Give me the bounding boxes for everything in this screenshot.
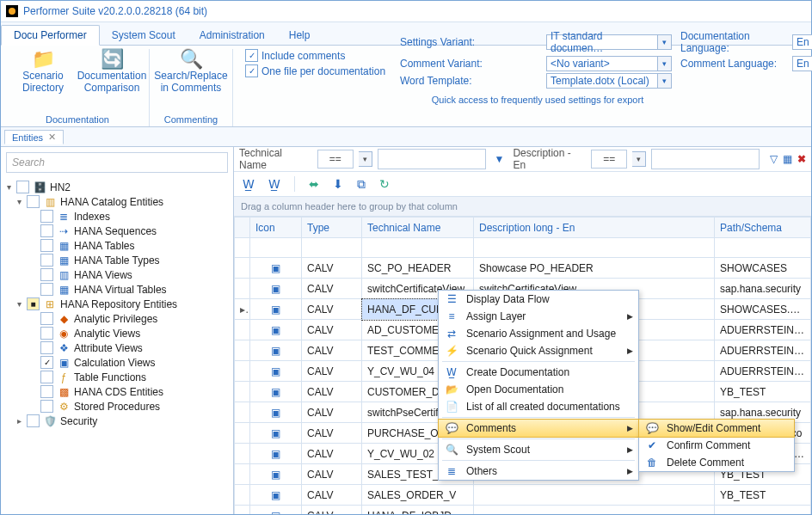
tree-item[interactable]: Stored Procedures (74, 401, 160, 413)
menu-others[interactable]: ≣Others▶ (439, 463, 638, 480)
context-menu[interactable]: ☰Display Data Flow ≡Assign Layer▶ ⇄Scena… (438, 290, 639, 481)
tree-item[interactable]: Table Functions (74, 371, 146, 383)
tab-help[interactable]: Help (277, 26, 323, 45)
table-row[interactable]: ▣CALVSALES_ORDER_VYB_TEST (235, 485, 811, 506)
tree-item[interactable]: HANA CDS Entities (74, 386, 163, 398)
search-input[interactable]: Search (6, 152, 228, 173)
tree-item[interactable]: Calculation Views (74, 357, 156, 369)
comment-variant-value[interactable]: <No variant> (546, 56, 658, 71)
search-replace-button[interactable]: 🔍 Search/Replace in Comments (157, 49, 225, 94)
group-hint[interactable]: Drag a column header here to group by th… (234, 197, 811, 217)
word-icon[interactable]: W̲ (268, 177, 280, 191)
tree-view[interactable]: ▾🗄️HN2 ▾▥HANA Catalog Entities ≣Indexes … (1, 178, 233, 514)
menu-scenario-assignment[interactable]: ⇄Scenario Assignment and Usage (439, 325, 638, 342)
expand-toggle[interactable]: ▾ (15, 197, 23, 206)
checkbox[interactable]: ✓ (40, 356, 53, 369)
doc-comparison-button[interactable]: 🔄 Documentation Comparison (82, 49, 142, 94)
import-icon[interactable]: ⬇ (333, 177, 343, 191)
expand-toggle[interactable]: ▸ (15, 416, 23, 426)
doc-language-value[interactable]: En (792, 34, 812, 50)
table-row[interactable]: ▣CALVSC_PO_HEADERShowcase PO_HEADERSHOWC… (235, 258, 811, 279)
comment-language-value[interactable]: En (792, 56, 812, 71)
tree-item[interactable]: Indexes (74, 211, 110, 223)
tree-item[interactable]: HANA Sequences (74, 225, 157, 237)
refresh-icon[interactable]: ↻ (379, 177, 390, 191)
menu-assign-layer[interactable]: ≡Assign Layer▶ (439, 308, 638, 325)
dropdown-button[interactable]: ▾ (359, 151, 372, 167)
one-file-checkbox[interactable]: ✓ One file per documentation (245, 64, 385, 77)
scenario-directory-button[interactable]: 📁 Scenario Directory (13, 49, 73, 94)
close-icon[interactable]: ✕ (48, 132, 56, 143)
tree-security-label[interactable]: Security (60, 415, 97, 427)
col-path[interactable]: Path/Schema (715, 218, 811, 238)
dropdown-button[interactable]: ▾ (658, 56, 672, 71)
tree-catalog-label[interactable]: HANA Catalog Entities (60, 196, 163, 208)
col-type[interactable]: Type (302, 218, 362, 238)
col-icon[interactable]: Icon (250, 218, 302, 238)
settings-variant-value[interactable]: IT standard documen… (546, 34, 658, 50)
checkbox[interactable]: ■ (27, 297, 40, 310)
menu-create-doc[interactable]: W̲Create Documentation (439, 364, 638, 381)
techname-filter-input[interactable] (378, 149, 486, 169)
export-icon[interactable]: ⬌ (309, 177, 319, 191)
tree-item[interactable]: HANA Table Types (74, 254, 160, 267)
menu-confirm-comment[interactable]: ✔Confirm Comment (639, 437, 794, 454)
col-desc[interactable]: Description long - En (474, 218, 715, 238)
comments-submenu[interactable]: 💬Show/Edit Comment ✔Confirm Comment 🗑Del… (638, 419, 795, 472)
grid-icon[interactable]: ▦ (783, 153, 792, 165)
checkbox[interactable] (40, 341, 53, 354)
checkbox[interactable] (40, 312, 53, 325)
tab-docu-performer[interactable]: Docu Performer (1, 25, 100, 46)
operator-select[interactable]: == (591, 150, 627, 169)
checkbox[interactable] (40, 239, 53, 252)
dropdown-button[interactable]: ▾ (658, 73, 672, 89)
checkbox[interactable] (27, 195, 40, 208)
menu-system-scout[interactable]: 🔍System Scout▶ (439, 441, 638, 458)
filter-icon[interactable]: ▼ (491, 153, 508, 165)
tree-item[interactable]: HANA Views (74, 269, 132, 281)
tree-item[interactable]: HANA Tables (74, 240, 134, 252)
menu-display-data-flow[interactable]: ☰Display Data Flow (439, 291, 638, 308)
word-template-value[interactable]: Template.dotx (Local) (546, 73, 658, 89)
checkbox[interactable] (40, 254, 53, 267)
clear-filter-button[interactable]: ✖ (797, 153, 806, 165)
tab-system-scout[interactable]: System Scout (100, 26, 188, 45)
checkbox[interactable] (40, 268, 53, 281)
include-comments-checkbox[interactable]: ✓ Include comments (245, 49, 345, 62)
funnel-icon[interactable]: ▽ (770, 153, 778, 165)
entities-tab[interactable]: Entities ✕ (4, 130, 64, 144)
checkbox[interactable] (40, 371, 53, 383)
expand-toggle[interactable]: ▾ (4, 182, 13, 192)
word-icon[interactable]: W̲ (243, 177, 255, 191)
table-row[interactable]: ▣CALVHANA_DF_IOBJD (235, 506, 811, 515)
checkbox[interactable] (16, 181, 29, 193)
tab-administration[interactable]: Administration (188, 26, 277, 45)
operator-select[interactable]: == (317, 150, 354, 169)
tree-item[interactable]: Analytic Privileges (74, 313, 157, 325)
tree-item[interactable]: Analytic Views (74, 328, 140, 340)
col-techname[interactable]: Technical Name (362, 218, 474, 238)
menu-open-doc[interactable]: 📂Open Documentation (439, 381, 638, 398)
menu-scenario-quick[interactable]: ⚡Scenario Quick Assignment▶ (439, 342, 638, 359)
description-filter-input[interactable] (651, 149, 760, 169)
tree-repo-label[interactable]: HANA Repository Entities (60, 298, 177, 310)
checkbox[interactable] (40, 327, 53, 340)
checkbox[interactable] (40, 385, 53, 398)
dropdown-button[interactable]: ▾ (658, 34, 672, 50)
menu-comments[interactable]: 💬 Comments ▶ 💬Show/Edit Comment ✔Confirm… (438, 419, 639, 438)
tree-root-label[interactable]: HN2 (50, 181, 71, 193)
menu-show-edit-comment[interactable]: 💬Show/Edit Comment (638, 419, 795, 438)
menu-list-docs[interactable]: 📄List of all created documentations (439, 398, 638, 415)
checkbox[interactable] (40, 400, 53, 413)
dropdown-button[interactable]: ▾ (632, 151, 646, 167)
checkbox[interactable] (40, 224, 53, 237)
tree-item[interactable]: HANA Virtual Tables (74, 284, 167, 296)
checkbox[interactable] (40, 210, 53, 223)
menu-delete-comment[interactable]: 🗑Delete Comment (639, 454, 794, 471)
checkbox[interactable] (40, 283, 53, 296)
expand-toggle[interactable]: ▾ (15, 299, 23, 309)
tree-item[interactable]: Attribute Views (74, 342, 143, 354)
checkbox[interactable] (27, 414, 40, 427)
copy-icon[interactable]: ⧉ (357, 177, 366, 192)
grid-toolbar: W̲ W̲ ⬌ ⬇ ⧉ ↻ (234, 172, 811, 197)
